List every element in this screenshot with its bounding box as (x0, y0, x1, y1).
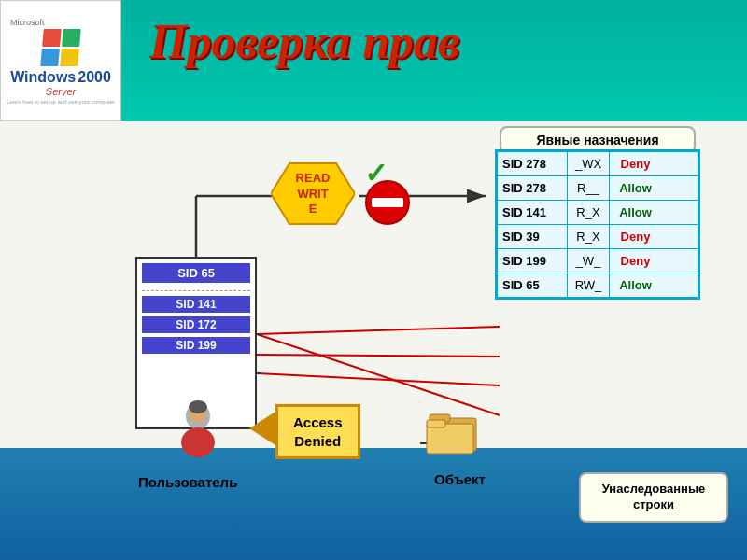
diagram: READ WRIT E ✓ SID 65 SID 141 SID 172 SID… (0, 121, 747, 560)
acl-sid-1: SID 278 (498, 176, 568, 200)
acl-sid-0: SID 278 (498, 152, 568, 175)
acl-table: SID 278 _WX Deny SID 278 R__ Allow SID 1… (495, 149, 700, 300)
access-denied-container: AccessDenied (275, 404, 360, 459)
acl-perm-0: _WX (568, 152, 610, 175)
svg-rect-25 (427, 420, 445, 427)
acl-row-2: SID 141 R_X Allow (498, 201, 698, 225)
svg-point-21 (189, 400, 207, 413)
windows-text: Windows (10, 69, 76, 86)
svg-text:WRIT: WRIT (297, 187, 328, 201)
acl-type-0: Deny (610, 152, 661, 175)
acl-type-3: Deny (610, 225, 661, 248)
windows-flag-icon (40, 29, 80, 66)
object-figure (425, 407, 481, 462)
user-label: Пользователь (138, 474, 237, 490)
token-primary-sid: SID 65 (142, 263, 250, 283)
acl-sid-3: SID 39 (498, 225, 568, 248)
user-figure (173, 398, 224, 462)
token-divider (142, 290, 250, 291)
svg-rect-24 (427, 424, 473, 454)
svg-text:E: E (309, 202, 317, 216)
acl-perm-2: R_X (568, 201, 610, 224)
access-denied-label: AccessDenied (275, 404, 360, 459)
token-sid-141: SID 141 (142, 296, 250, 313)
acl-perm-3: R_X (568, 225, 610, 248)
svg-line-5 (257, 334, 500, 415)
windows-edition: Server (46, 86, 76, 97)
acl-sid-4: SID 199 (498, 249, 568, 273)
acl-type-4: Deny (610, 249, 661, 273)
page-title: Проверка прав (149, 14, 728, 69)
acl-row-3: SID 39 R_X Deny (498, 225, 698, 249)
inherited-label: Унаследованныестроки (579, 472, 728, 523)
windows-tagline: Learn how to set up and use your compute… (7, 99, 115, 105)
svg-rect-16 (372, 198, 403, 207)
read-write-hex: READ WRIT E (271, 159, 355, 229)
token-sid-172: SID 172 (142, 316, 250, 333)
acl-sid-2: SID 141 (498, 201, 568, 224)
win-logo: Microsoft Windows 2000 Server Learn how … (0, 0, 121, 121)
acl-row-0: SID 278 _WX Deny (498, 152, 698, 176)
svg-point-19 (181, 427, 215, 457)
acl-sid-5: SID 65 (498, 273, 568, 297)
microsoft-label: Microsoft (10, 18, 45, 27)
windows-version: 2000 (78, 69, 111, 86)
svg-text:READ: READ (296, 171, 331, 185)
acl-row-4: SID 199 _W_ Deny (498, 249, 698, 273)
acl-row-5: SID 65 RW_ Allow (498, 273, 698, 297)
object-label: Объект (434, 471, 486, 487)
acl-perm-1: R__ (568, 176, 610, 200)
svg-line-3 (257, 327, 500, 334)
acl-perm-4: _W_ (568, 249, 610, 273)
token-sid-199: SID 199 (142, 337, 250, 354)
acl-type-2: Allow (610, 201, 661, 224)
access-denied-arrow (249, 412, 275, 445)
acl-row-1: SID 278 R__ Allow (498, 176, 698, 201)
svg-line-4 (257, 373, 500, 385)
acl-type-1: Allow (610, 176, 661, 200)
no-entry-icon (364, 179, 411, 226)
acl-type-5: Allow (610, 273, 661, 297)
acl-perm-5: RW_ (568, 273, 610, 297)
svg-line-6 (257, 355, 500, 357)
